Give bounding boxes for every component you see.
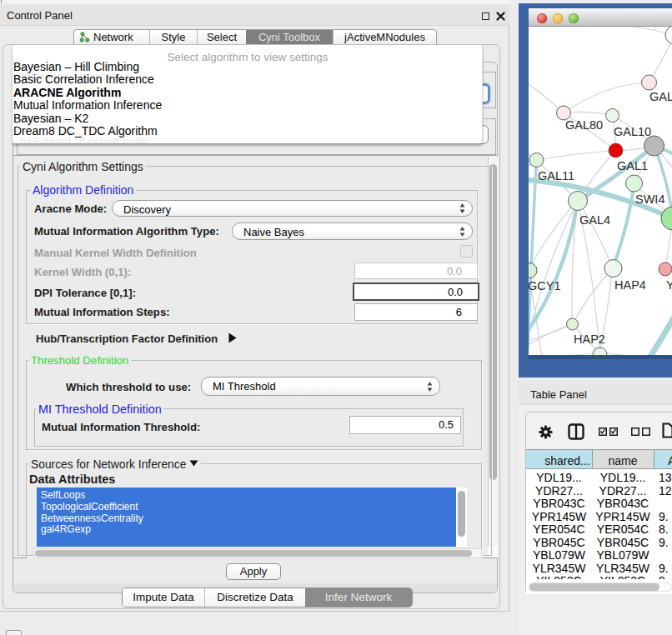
svg-text:GAL1: GAL1 (617, 159, 648, 172)
svg-text:HAP2: HAP2 (574, 332, 605, 346)
svg-text:HAP4: HAP4 (614, 278, 646, 292)
svg-text:YJL: YJL (666, 278, 672, 292)
svg-text:GCY1: GCY1 (529, 279, 561, 292)
svg-text:SWI4: SWI4 (635, 192, 664, 206)
svg-text:GAL8: GAL8 (649, 90, 672, 103)
svg-text:GAL80: GAL80 (565, 118, 603, 132)
svg-text:GAL10: GAL10 (614, 125, 651, 138)
svg-text:GAL4: GAL4 (579, 213, 610, 227)
svg-text:GAL11: GAL11 (538, 169, 574, 182)
